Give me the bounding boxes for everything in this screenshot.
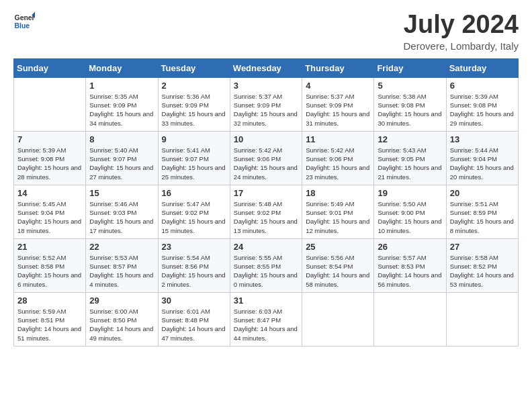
calendar-table: SundayMondayTuesdayWednesdayThursdayFrid… (13, 58, 519, 347)
calendar-cell (14, 77, 86, 131)
calendar-cell: 5Sunrise: 5:38 AMSunset: 9:08 PMDaylight… (374, 77, 446, 131)
svg-text:Blue: Blue (15, 22, 30, 30)
calendar-cell: 8Sunrise: 5:40 AMSunset: 9:07 PMDaylight… (86, 131, 158, 185)
weekday-header-thursday: Thursday (302, 58, 374, 77)
cell-info: Sunrise: 5:53 AMSunset: 8:57 PMDaylight:… (89, 253, 154, 289)
cell-day-number: 14 (17, 188, 82, 198)
cell-day-number: 4 (306, 81, 370, 91)
calendar-cell: 6Sunrise: 5:39 AMSunset: 9:08 PMDaylight… (446, 77, 518, 131)
cell-day-number: 19 (378, 188, 442, 198)
weekday-header-sunday: Sunday (14, 58, 86, 77)
calendar-cell: 23Sunrise: 5:54 AMSunset: 8:56 PMDayligh… (158, 238, 230, 292)
calendar-cell (374, 292, 446, 346)
calendar-cell: 13Sunrise: 5:44 AMSunset: 9:04 PMDayligh… (446, 131, 518, 185)
calendar-page: General Blue July 2024 Derovere, Lombard… (0, 0, 532, 411)
cell-info: Sunrise: 5:43 AMSunset: 9:05 PMDaylight:… (378, 146, 442, 181)
calendar-cell (446, 292, 518, 346)
weekday-header-wednesday: Wednesday (230, 58, 302, 77)
cell-day-number: 20 (450, 188, 515, 198)
header: General Blue July 2024 Derovere, Lombard… (13, 11, 519, 52)
cell-day-number: 2 (162, 81, 226, 91)
cell-day-number: 24 (234, 242, 298, 252)
weekday-header-monday: Monday (86, 58, 158, 77)
calendar-cell: 2Sunrise: 5:36 AMSunset: 9:09 PMDaylight… (158, 77, 230, 131)
cell-day-number: 3 (234, 81, 298, 91)
cell-day-number: 17 (234, 188, 298, 198)
cell-info: Sunrise: 5:54 AMSunset: 8:56 PMDaylight:… (162, 253, 226, 289)
calendar-cell: 4Sunrise: 5:37 AMSunset: 9:09 PMDaylight… (302, 77, 374, 131)
calendar-week-row: 1Sunrise: 5:35 AMSunset: 9:09 PMDaylight… (14, 77, 519, 131)
cell-info: Sunrise: 5:46 AMSunset: 9:03 PMDaylight:… (89, 199, 154, 235)
calendar-cell: 18Sunrise: 5:49 AMSunset: 9:01 PMDayligh… (302, 185, 374, 238)
calendar-cell: 25Sunrise: 5:56 AMSunset: 8:54 PMDayligh… (302, 238, 374, 292)
cell-day-number: 12 (378, 134, 442, 144)
cell-day-number: 21 (17, 242, 82, 252)
cell-day-number: 30 (162, 295, 226, 306)
cell-info: Sunrise: 5:42 AMSunset: 9:06 PMDaylight:… (234, 146, 298, 181)
logo-icon: General Blue (13, 11, 35, 32)
cell-info: Sunrise: 5:44 AMSunset: 9:04 PMDaylight:… (450, 146, 515, 181)
cell-day-number: 16 (162, 188, 226, 198)
calendar-cell: 26Sunrise: 5:57 AMSunset: 8:53 PMDayligh… (374, 238, 446, 292)
cell-day-number: 7 (17, 134, 82, 144)
calendar-cell: 9Sunrise: 5:41 AMSunset: 9:07 PMDaylight… (158, 131, 230, 185)
calendar-cell: 16Sunrise: 5:47 AMSunset: 9:02 PMDayligh… (158, 185, 230, 238)
calendar-cell: 24Sunrise: 5:55 AMSunset: 8:55 PMDayligh… (230, 238, 302, 292)
cell-day-number: 25 (306, 242, 370, 252)
cell-info: Sunrise: 5:47 AMSunset: 9:02 PMDaylight:… (162, 199, 226, 235)
cell-info: Sunrise: 5:50 AMSunset: 9:00 PMDaylight:… (378, 199, 442, 235)
cell-info: Sunrise: 5:39 AMSunset: 9:08 PMDaylight:… (17, 146, 82, 181)
calendar-cell: 29Sunrise: 6:00 AMSunset: 8:50 PMDayligh… (86, 292, 158, 346)
cell-info: Sunrise: 6:03 AMSunset: 8:47 PMDaylight:… (234, 307, 298, 342)
cell-info: Sunrise: 6:00 AMSunset: 8:50 PMDaylight:… (89, 307, 154, 342)
cell-day-number: 23 (162, 242, 226, 252)
cell-info: Sunrise: 5:42 AMSunset: 9:06 PMDaylight:… (306, 146, 370, 181)
cell-info: Sunrise: 5:57 AMSunset: 8:53 PMDaylight:… (378, 253, 442, 289)
cell-day-number: 26 (378, 242, 442, 252)
cell-info: Sunrise: 5:38 AMSunset: 9:08 PMDaylight:… (378, 92, 442, 128)
calendar-cell: 12Sunrise: 5:43 AMSunset: 9:05 PMDayligh… (374, 131, 446, 185)
cell-day-number: 18 (306, 188, 370, 198)
cell-info: Sunrise: 5:39 AMSunset: 9:08 PMDaylight:… (450, 92, 515, 128)
cell-info: Sunrise: 5:55 AMSunset: 8:55 PMDaylight:… (234, 253, 298, 289)
cell-day-number: 31 (234, 295, 298, 306)
cell-day-number: 9 (162, 134, 226, 144)
title-block: July 2024 Derovere, Lombardy, Italy (404, 11, 519, 52)
cell-info: Sunrise: 5:41 AMSunset: 9:07 PMDaylight:… (162, 146, 226, 181)
calendar-cell: 28Sunrise: 5:59 AMSunset: 8:51 PMDayligh… (14, 292, 86, 346)
calendar-cell: 31Sunrise: 6:03 AMSunset: 8:47 PMDayligh… (230, 292, 302, 346)
weekday-header-friday: Friday (374, 58, 446, 77)
cell-info: Sunrise: 5:49 AMSunset: 9:01 PMDaylight:… (306, 199, 370, 235)
calendar-week-row: 21Sunrise: 5:52 AMSunset: 8:58 PMDayligh… (14, 238, 519, 292)
calendar-cell: 22Sunrise: 5:53 AMSunset: 8:57 PMDayligh… (86, 238, 158, 292)
calendar-title: July 2024 (404, 11, 519, 39)
cell-info: Sunrise: 5:37 AMSunset: 9:09 PMDaylight:… (234, 92, 298, 128)
calendar-cell: 27Sunrise: 5:58 AMSunset: 8:52 PMDayligh… (446, 238, 518, 292)
cell-info: Sunrise: 5:56 AMSunset: 8:54 PMDaylight:… (306, 253, 370, 289)
weekday-header-saturday: Saturday (446, 58, 518, 77)
cell-info: Sunrise: 6:01 AMSunset: 8:48 PMDaylight:… (162, 307, 226, 342)
cell-info: Sunrise: 5:51 AMSunset: 8:59 PMDaylight:… (450, 199, 515, 235)
cell-info: Sunrise: 5:35 AMSunset: 9:09 PMDaylight:… (89, 92, 154, 128)
cell-day-number: 1 (89, 81, 154, 91)
calendar-cell: 30Sunrise: 6:01 AMSunset: 8:48 PMDayligh… (158, 292, 230, 346)
weekday-header-tuesday: Tuesday (158, 58, 230, 77)
svg-text:General: General (15, 14, 35, 21)
calendar-week-row: 28Sunrise: 5:59 AMSunset: 8:51 PMDayligh… (14, 292, 519, 346)
cell-day-number: 6 (450, 81, 515, 91)
cell-info: Sunrise: 5:37 AMSunset: 9:09 PMDaylight:… (306, 92, 370, 128)
calendar-week-row: 7Sunrise: 5:39 AMSunset: 9:08 PMDaylight… (14, 131, 519, 185)
cell-info: Sunrise: 5:40 AMSunset: 9:07 PMDaylight:… (89, 146, 154, 181)
cell-info: Sunrise: 5:59 AMSunset: 8:51 PMDaylight:… (17, 307, 82, 342)
calendar-cell: 3Sunrise: 5:37 AMSunset: 9:09 PMDaylight… (230, 77, 302, 131)
calendar-cell (302, 292, 374, 346)
cell-info: Sunrise: 5:58 AMSunset: 8:52 PMDaylight:… (450, 253, 515, 289)
cell-day-number: 10 (234, 134, 298, 144)
calendar-cell: 15Sunrise: 5:46 AMSunset: 9:03 PMDayligh… (86, 185, 158, 238)
cell-day-number: 27 (450, 242, 515, 252)
cell-day-number: 5 (378, 81, 442, 91)
calendar-cell: 21Sunrise: 5:52 AMSunset: 8:58 PMDayligh… (14, 238, 86, 292)
calendar-cell: 7Sunrise: 5:39 AMSunset: 9:08 PMDaylight… (14, 131, 86, 185)
cell-day-number: 8 (89, 134, 154, 144)
calendar-cell: 10Sunrise: 5:42 AMSunset: 9:06 PMDayligh… (230, 131, 302, 185)
